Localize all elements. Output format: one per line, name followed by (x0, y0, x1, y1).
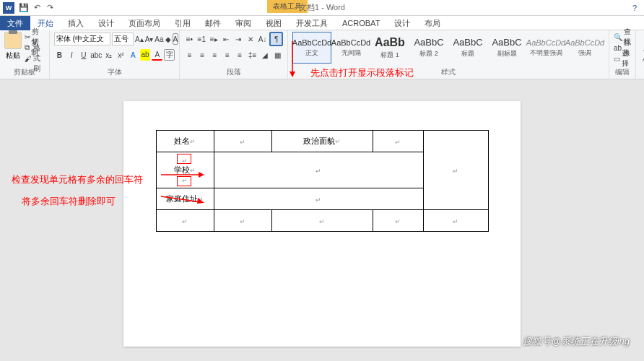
cell-photo[interactable]: ↵ (423, 131, 488, 210)
replace-icon: ab (614, 44, 622, 52)
page[interactable]: 姓名↵ ↵ 政治面貌↵ ↵ ↵ ↵ 学校↵ ↵ ↵ 家庭住址↵ ↵ (123, 101, 521, 347)
cell-r1c4[interactable]: ↵ (373, 131, 423, 152)
style-subtitle[interactable]: AaBbC副标题 (487, 32, 526, 64)
undo-icon[interactable]: ↶ (32, 3, 42, 13)
bold-button[interactable]: B (54, 49, 65, 61)
group-clipboard: 粘贴 ✂剪切 ⧉复制 🖌格式刷 剪贴板 (0, 30, 50, 79)
font-family-select[interactable] (54, 32, 110, 45)
arrow-left1 (157, 168, 208, 182)
style-subtle-emphasis[interactable]: AaBbCcDd不明显强调 (526, 32, 565, 64)
sort-button[interactable]: A↓ (257, 33, 268, 45)
arrow-top (285, 38, 300, 81)
paste-label[interactable]: 粘贴 (6, 51, 20, 61)
enclose-char-button[interactable]: 字 (164, 49, 175, 61)
select-button[interactable]: ▭选择 (614, 53, 631, 64)
borders-button[interactable]: ▦ (272, 49, 283, 61)
group-label-acrobat: Adobe Acrobat (640, 68, 644, 77)
quick-access-toolbar: 💾 ↶ ↷ (19, 3, 55, 13)
font-size-select[interactable] (112, 32, 134, 45)
cell-r4c4[interactable]: ↵ (373, 210, 423, 232)
create-pdf-button[interactable]: 创建并共享 Adobe PDF (640, 32, 644, 63)
scissors-icon: ✂ (25, 33, 30, 41)
tab-insert[interactable]: 插入 (61, 16, 91, 30)
cell-r1c2[interactable]: ↵ (214, 131, 271, 152)
cell-r4c5[interactable]: ↵ (423, 210, 488, 232)
annotation-left2: 将多余回车符删除即可 (22, 195, 116, 208)
svg-line-4 (161, 196, 201, 202)
style-nospace[interactable]: AaBbCcDd无间隔 (331, 32, 370, 64)
document-area[interactable]: 姓名↵ ↵ 政治面貌↵ ↵ ↵ ↵ 学校↵ ↵ ↵ 家庭住址↵ ↵ (0, 79, 644, 361)
align-right-button[interactable]: ≡ (209, 49, 220, 61)
save-icon[interactable]: 💾 (19, 3, 29, 13)
svg-marker-3 (199, 172, 204, 178)
cell-r4c3[interactable]: ↵ (271, 210, 373, 232)
arrow-left2 (157, 189, 208, 211)
help-icon[interactable]: ? (632, 4, 637, 12)
cell-r2c2[interactable]: ↵ (214, 152, 423, 188)
cell-r4c2[interactable]: ↵ (214, 210, 271, 232)
shading-button[interactable]: ◢ (259, 49, 270, 61)
cell-r3c2[interactable]: ↵ (214, 188, 423, 210)
tab-mailings[interactable]: 邮件 (198, 16, 228, 30)
ribbon-tabs: 文件 开始 插入 设计 页面布局 引用 邮件 审阅 视图 开发工具 ACROBA… (0, 16, 644, 30)
tab-file[interactable]: 文件 (0, 16, 30, 30)
cell-r4c1[interactable]: ↵ (156, 210, 214, 232)
bullets-button[interactable]: ≡• (184, 33, 195, 45)
group-label-paragraph: 段落 (184, 66, 283, 77)
increase-indent-button[interactable]: ⇥ (233, 33, 244, 45)
multilevel-button[interactable]: ≡▸ (209, 33, 219, 45)
cursor-icon: ▭ (614, 55, 620, 63)
align-left-button[interactable]: ≡ (184, 49, 195, 61)
highlight-button[interactable]: ab (140, 49, 151, 61)
style-emphasis[interactable]: AaBbCcDd强调 (565, 32, 604, 64)
tab-view[interactable]: 视图 (258, 16, 289, 30)
tab-table-design[interactable]: 设计 (387, 16, 417, 30)
align-center-button[interactable]: ≡ (196, 49, 207, 61)
group-acrobat: 创建并共享 Adobe PDF 请求 签名 Adobe Acrobat (636, 30, 644, 79)
tab-review[interactable]: 审阅 (228, 16, 258, 30)
tab-page-layout[interactable]: 页面布局 (121, 16, 167, 30)
brush-icon: 🖌 (25, 55, 32, 63)
redo-icon[interactable]: ↷ (45, 3, 55, 13)
numbering-button[interactable]: ≡1 (196, 33, 207, 45)
justify-button[interactable]: ≡ (222, 49, 232, 61)
tab-developer[interactable]: 开发工具 (289, 16, 335, 30)
line-spacing-button[interactable]: ‡≡ (247, 49, 258, 61)
group-label-editing: 编辑 (614, 66, 631, 77)
group-editing: 🔍查找 ab替换 ▭选择 编辑 (609, 30, 636, 79)
clear-format-button[interactable]: ◆ (165, 33, 171, 45)
paste-icon[interactable] (4, 32, 22, 49)
font-color-button[interactable]: A (152, 49, 162, 61)
copy-icon: ⧉ (25, 43, 30, 52)
shrink-font-button[interactable]: A▾ (145, 33, 154, 45)
text-effects-button[interactable]: A (128, 49, 139, 61)
strike-button[interactable]: abc (90, 49, 102, 61)
highlight-box-1 (177, 154, 191, 164)
grow-font-button[interactable]: A▴ (135, 33, 144, 45)
decrease-indent-button[interactable]: ⇤ (221, 33, 232, 45)
subscript-button[interactable]: x₂ (103, 49, 114, 61)
style-heading2[interactable]: AaBbC标题 2 (409, 32, 448, 64)
asian-layout-button[interactable]: ✕ (245, 33, 256, 45)
styles-gallery[interactable]: AaBbCcDd正文 AaBbCcDd无间隔 AaBb标题 1 AaBbC标题 … (292, 32, 604, 64)
cell-r1c1[interactable]: 姓名↵ (156, 131, 214, 152)
tab-design[interactable]: 设计 (91, 16, 121, 30)
tab-acrobat[interactable]: ACROBAT (335, 16, 387, 30)
show-hide-marks-button[interactable]: ¶ (269, 32, 283, 46)
cell-r1c3[interactable]: 政治面貌↵ (271, 131, 373, 152)
annotation-left1: 检查发现单元格有多余的回车符 (12, 173, 143, 186)
distributed-button[interactable]: ≡ (235, 49, 245, 61)
style-title[interactable]: AaBbC标题 (448, 32, 487, 64)
format-painter-button[interactable]: 🖌格式刷 (25, 53, 45, 64)
superscript-button[interactable]: x² (116, 49, 126, 61)
watermark: 搜狐号@系统正在升级ing (523, 335, 630, 348)
italic-button[interactable]: I (66, 49, 77, 61)
annotation-top: 先点击打开显示段落标记 (310, 66, 414, 79)
char-border-button[interactable]: A (173, 33, 179, 45)
underline-button[interactable]: U (79, 49, 90, 61)
style-heading1[interactable]: AaBb标题 1 (370, 32, 409, 64)
tab-table-layout[interactable]: 布局 (417, 16, 448, 30)
tab-references[interactable]: 引用 (167, 16, 198, 30)
change-case-button[interactable]: Aa (155, 33, 163, 45)
title-bar: W 💾 ↶ ↷ 表格工具 文档1 - Word ? (0, 0, 644, 16)
